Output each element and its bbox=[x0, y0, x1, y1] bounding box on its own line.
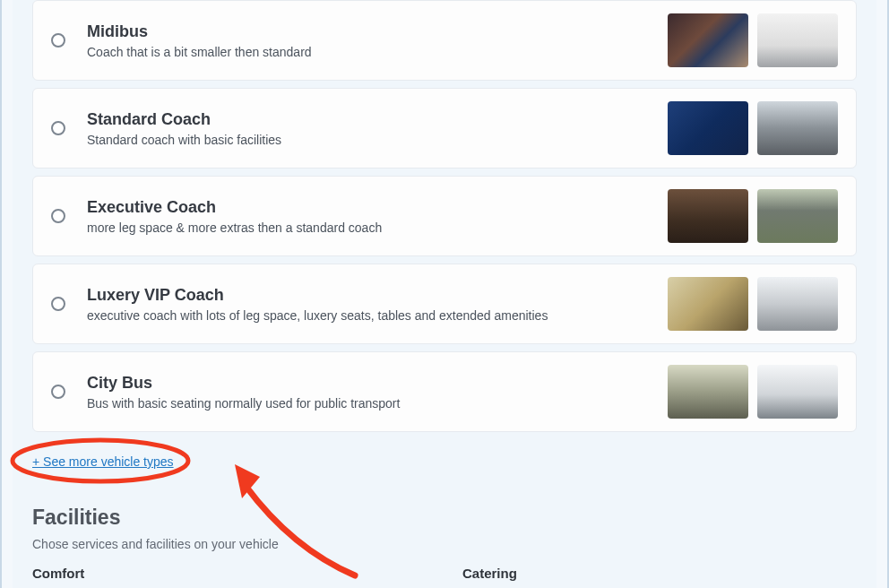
radio-button[interactable] bbox=[51, 33, 65, 48]
vehicle-desc: Bus with basic seating normally used for… bbox=[87, 396, 668, 411]
vehicle-desc: more leg space & more extras then a stan… bbox=[87, 220, 668, 235]
facility-column: Catering Coffee & Hot water bbox=[462, 566, 857, 588]
vehicle-image-interior bbox=[668, 13, 748, 67]
vehicle-text: Standard Coach Standard coach with basic… bbox=[87, 110, 668, 147]
radio-button[interactable] bbox=[51, 121, 65, 135]
radio-holder bbox=[51, 121, 87, 135]
vehicle-image-exterior bbox=[757, 189, 838, 243]
vehicle-images bbox=[668, 189, 838, 243]
radio-holder bbox=[51, 297, 87, 311]
see-more-link[interactable]: + See more vehicle types bbox=[32, 454, 174, 469]
vehicle-images bbox=[668, 13, 838, 67]
vehicle-title: Luxery VIP Coach bbox=[87, 286, 668, 305]
vehicle-images bbox=[668, 365, 838, 419]
vehicle-option[interactable]: City Bus Bus with basic seating normally… bbox=[32, 351, 857, 432]
radio-button[interactable] bbox=[51, 297, 65, 311]
vehicle-title: Standard Coach bbox=[87, 110, 668, 129]
vehicle-option[interactable]: Executive Coach more leg space & more ex… bbox=[32, 176, 857, 256]
radio-button[interactable] bbox=[51, 209, 65, 223]
radio-holder bbox=[51, 385, 87, 399]
vehicle-text: City Bus Bus with basic seating normally… bbox=[87, 374, 668, 411]
vehicle-image-interior bbox=[668, 365, 748, 419]
facilities-section: Facilities Chose services and facilities… bbox=[32, 500, 857, 588]
vehicle-title: City Bus bbox=[87, 374, 668, 393]
radio-holder bbox=[51, 33, 87, 48]
vehicle-desc: Coach that is a bit smaller then standar… bbox=[87, 45, 668, 59]
see-more-row: + See more vehicle types bbox=[32, 454, 857, 470]
radio-button[interactable] bbox=[51, 385, 65, 399]
vehicle-desc: Standard coach with basic facilities bbox=[87, 133, 668, 147]
vehicle-option[interactable]: Luxery VIP Coach executive coach with lo… bbox=[32, 264, 857, 344]
vehicle-images bbox=[668, 101, 838, 155]
vehicle-desc: executive coach with lots of leg space, … bbox=[87, 308, 668, 323]
facility-column-title: Comfort bbox=[32, 566, 427, 581]
facilities-title: Facilities bbox=[32, 506, 857, 530]
radio-holder bbox=[51, 209, 87, 223]
svg-marker-1 bbox=[235, 464, 260, 498]
vehicle-image-exterior bbox=[757, 277, 838, 331]
vehicle-option[interactable]: Midibus Coach that is a bit smaller then… bbox=[32, 0, 857, 81]
vehicle-text: Executive Coach more leg space & more ex… bbox=[87, 198, 668, 235]
vehicle-type-panel: Midibus Coach that is a bit smaller then… bbox=[13, 0, 876, 588]
vehicle-image-interior bbox=[668, 101, 748, 155]
facilities-subtitle: Chose services and facilities on your ve… bbox=[32, 537, 857, 551]
vehicle-title: Midibus bbox=[87, 22, 668, 41]
vehicle-image-exterior bbox=[757, 365, 838, 419]
vehicle-image-interior bbox=[668, 277, 748, 331]
vehicle-option[interactable]: Standard Coach Standard coach with basic… bbox=[32, 88, 857, 169]
vehicle-text: Luxery VIP Coach executive coach with lo… bbox=[87, 286, 668, 323]
vehicle-image-exterior bbox=[757, 13, 838, 67]
vehicle-image-interior bbox=[668, 189, 748, 243]
facility-column: Comfort Air conditioning bbox=[32, 566, 427, 588]
vehicle-title: Executive Coach bbox=[87, 198, 668, 217]
vehicle-image-exterior bbox=[757, 101, 838, 155]
facility-column-title: Catering bbox=[462, 566, 857, 581]
vehicle-text: Midibus Coach that is a bit smaller then… bbox=[87, 22, 668, 59]
vehicle-images bbox=[668, 277, 838, 331]
